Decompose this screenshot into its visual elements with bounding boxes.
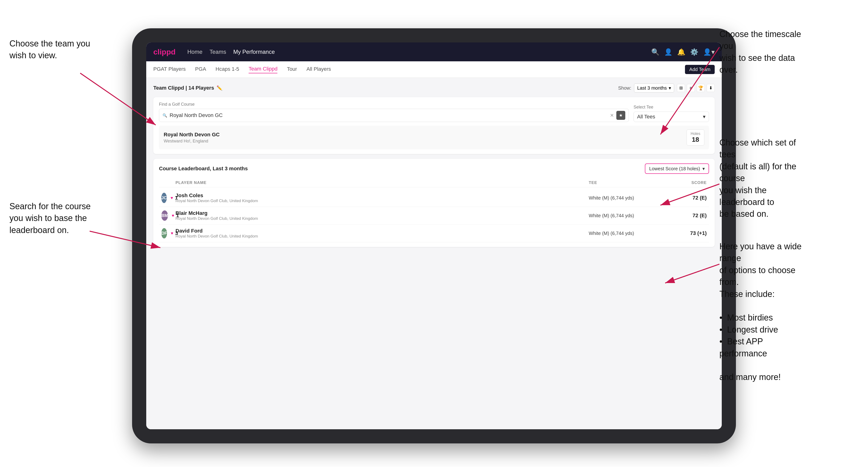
score-type-dropdown[interactable]: Lowest Score (18 holes) ▾ <box>645 163 709 174</box>
player-club: Royal North Devon Golf Club, United King… <box>176 198 258 203</box>
nav-links: Home Teams My Performance <box>187 49 644 55</box>
view-icons: ⊞ ≡ 🏆 ⬇ <box>677 84 715 92</box>
subnav-all-players[interactable]: All Players <box>306 66 331 73</box>
rank-2: BM ♥ 1 <box>161 210 176 221</box>
holes-number: 18 <box>691 136 700 144</box>
nav-my-performance[interactable]: My Performance <box>233 49 275 55</box>
subnav-team-clippd[interactable]: Team Clippd <box>249 66 277 73</box>
course-name: Royal North Devon GC <box>164 132 220 138</box>
player-name: David Ford <box>176 228 258 234</box>
subnav-pgat[interactable]: PGAT Players <box>153 66 186 73</box>
player-name: Blair McHarg <box>176 210 258 216</box>
player-info: Josh Coles Royal North Devon Golf Club, … <box>176 192 589 203</box>
search-input[interactable] <box>169 112 608 118</box>
player-name: Josh Coles <box>176 192 258 198</box>
chevron-down-icon: ▾ <box>703 114 706 120</box>
nav-teams[interactable]: Teams <box>210 49 226 55</box>
subnav-tour[interactable]: Tour <box>287 66 297 73</box>
course-info: Royal North Devon GC Westward Ho!, Engla… <box>164 132 220 144</box>
account-icon[interactable]: 👤▾ <box>703 48 715 56</box>
show-label: Show: <box>618 85 631 91</box>
annotation-course: Search for the courseyou wish to base th… <box>9 200 91 236</box>
add-team-button[interactable]: Add Team <box>685 65 715 74</box>
rank-1: JC ♥ 1 <box>161 193 176 203</box>
table-row: JC ♥ 1 Josh Coles Royal North Devon Golf… <box>159 189 709 207</box>
bell-icon[interactable]: 🔔 <box>677 48 685 56</box>
course-location: Westward Ho!, England <box>164 139 220 144</box>
time-dropdown[interactable]: Last 3 months ▾ <box>634 84 674 92</box>
leaderboard-table-header: PLAYER NAME TEE SCORE <box>159 179 709 187</box>
player-col-header: PLAYER NAME <box>176 181 589 185</box>
grid-view-icon[interactable]: ⊞ <box>677 84 685 92</box>
nav-home[interactable]: Home <box>187 49 203 55</box>
search-section: Find a Golf Course 🔍 ✕ ★ Select Tee All … <box>153 97 715 154</box>
tablet-screen: clippd Home Teams My Performance 🔍 👤 🔔 ⚙… <box>146 42 722 429</box>
player-details: Blair McHarg Royal North Devon Golf Club… <box>176 210 258 221</box>
search-row: Find a Golf Course 🔍 ✕ ★ Select Tee All … <box>159 102 709 122</box>
rank-3: DF ♥ 3 <box>161 228 176 239</box>
subnav-hcaps[interactable]: Hcaps 1-5 <box>216 66 239 73</box>
course-result: Royal North Devon GC Westward Ho!, Engla… <box>159 126 709 149</box>
tee-field: Select Tee All Tees ▾ <box>633 105 709 122</box>
avatar: JC <box>161 193 167 203</box>
tablet-frame: clippd Home Teams My Performance 🔍 👤 🔔 ⚙… <box>132 28 736 443</box>
search-icon: 🔍 <box>162 113 167 118</box>
player-club: Royal North Devon Golf Club, United King… <box>176 234 258 239</box>
holes-badge: Holes 18 <box>687 129 704 146</box>
player-info: Blair McHarg Royal North Devon Golf Club… <box>176 210 589 221</box>
list-view-icon[interactable]: ≡ <box>687 84 695 92</box>
course-search-field: Find a Golf Course 🔍 ✕ ★ <box>159 102 629 122</box>
score-value: 72 (E) <box>659 213 707 219</box>
select-tee-label: Select Tee <box>633 105 709 110</box>
player-details: Josh Coles Royal North Devon Golf Club, … <box>176 192 258 203</box>
player-details: David Ford Royal North Devon Golf Club, … <box>176 228 258 239</box>
settings-icon[interactable]: ⚙️ <box>690 48 699 56</box>
annotation-team: Choose the team youwish to view. <box>9 38 90 62</box>
team-header: Team Clippd | 14 Players ✏️ Show: Last 3… <box>153 84 715 92</box>
table-row: DF ♥ 3 David Ford Royal North Devon Golf… <box>159 224 709 242</box>
score-col-header: SCORE <box>659 181 707 185</box>
user-icon[interactable]: 👤 <box>664 48 673 56</box>
avatar: BM <box>161 210 168 221</box>
trophy-icon[interactable]: 🏆 <box>697 84 705 92</box>
search-icon[interactable]: 🔍 <box>651 48 659 56</box>
clear-button[interactable]: ✕ <box>610 113 614 118</box>
heart-icon: ♥ <box>170 195 173 200</box>
player-info: David Ford Royal North Devon Golf Club, … <box>176 228 589 239</box>
chevron-down-icon: ▾ <box>669 85 671 91</box>
team-title: Team Clippd | 14 Players <box>153 85 214 91</box>
annotation-timescale: Choose the timescale youwish to see the … <box>719 28 809 76</box>
player-club: Royal North Devon Golf Club, United King… <box>176 216 258 221</box>
heart-icon: ♥ <box>172 213 174 218</box>
favorite-button[interactable]: ★ <box>616 111 625 120</box>
subnav: PGAT Players PGA Hcaps 1-5 Team Clippd T… <box>146 61 722 78</box>
main-content: Team Clippd | 14 Players ✏️ Show: Last 3… <box>146 78 722 429</box>
annotation-options: Here you have a wide rangeof options to … <box>719 241 809 383</box>
nav-icons: 🔍 👤 🔔 ⚙️ 👤▾ <box>651 48 715 56</box>
score-value: 72 (E) <box>659 195 707 201</box>
holes-label: Holes <box>691 132 700 136</box>
avatar: DF <box>161 228 167 239</box>
download-icon[interactable]: ⬇ <box>707 84 715 92</box>
subnav-pga[interactable]: PGA <box>195 66 206 73</box>
tee-value: White (M) (6,744 yds) <box>589 195 659 201</box>
search-input-wrap: 🔍 ✕ ★ <box>159 109 629 122</box>
find-course-label: Find a Golf Course <box>159 102 629 107</box>
edit-icon[interactable]: ✏️ <box>217 85 222 91</box>
annotation-tees: Choose which set of tees(default is all)… <box>719 137 809 220</box>
leaderboard-header: Course Leaderboard, Last 3 months Lowest… <box>159 163 709 174</box>
score-value: 73 (+1) <box>659 230 707 236</box>
table-row: BM ♥ 1 Blair McHarg Royal North Devon Go… <box>159 207 709 224</box>
navbar: clippd Home Teams My Performance 🔍 👤 🔔 ⚙… <box>146 42 722 61</box>
heart-icon: ♥ <box>171 231 173 236</box>
tee-value: White (M) (6,744 yds) <box>589 231 659 236</box>
tee-col-header: TEE <box>589 181 659 185</box>
leaderboard-title: Course Leaderboard, Last 3 months <box>159 165 248 172</box>
tee-value: White (M) (6,744 yds) <box>589 213 659 218</box>
leaderboard-section: Course Leaderboard, Last 3 months Lowest… <box>153 159 715 247</box>
show-controls: Show: Last 3 months ▾ ⊞ ≡ 🏆 ⬇ <box>618 84 715 92</box>
tee-dropdown[interactable]: All Tees ▾ <box>633 112 709 122</box>
nav-logo: clippd <box>153 48 176 56</box>
chevron-down-icon: ▾ <box>703 166 705 172</box>
